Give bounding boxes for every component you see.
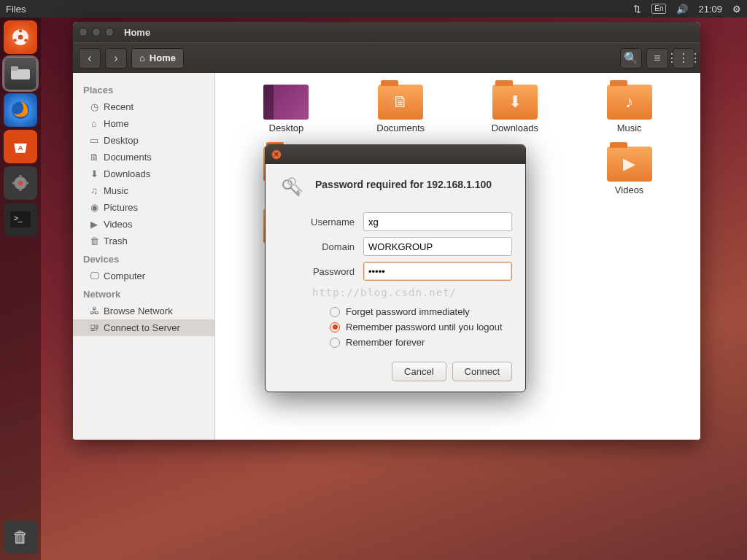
radio-icon bbox=[330, 322, 340, 332]
domain-input[interactable] bbox=[363, 237, 512, 256]
watermark-text: http://blog.csdn.net/ bbox=[312, 287, 512, 298]
keys-icon bbox=[279, 176, 305, 202]
username-label: Username bbox=[279, 217, 363, 228]
cancel-button[interactable]: Cancel bbox=[392, 362, 446, 381]
radio-until-logout[interactable]: Remember password until you logout bbox=[330, 319, 512, 335]
dialog-titlebar[interactable]: ✕ bbox=[266, 145, 525, 164]
radio-icon bbox=[330, 338, 340, 348]
password-dialog: ✕ Password required for 192.168.1.100 Us… bbox=[265, 144, 526, 392]
domain-label: Domain bbox=[279, 241, 363, 252]
radio-label: Forget password immediately bbox=[346, 306, 470, 317]
radio-label: Remember password until you logout bbox=[346, 322, 503, 332]
connect-button[interactable]: Connect bbox=[452, 362, 512, 381]
modal-overlay: ✕ Password required for 192.168.1.100 Us… bbox=[0, 0, 747, 560]
dialog-heading: Password required for 192.168.1.100 bbox=[315, 176, 492, 190]
dialog-close-button[interactable]: ✕ bbox=[271, 149, 282, 160]
username-input[interactable] bbox=[363, 212, 512, 231]
radio-label: Remember forever bbox=[346, 337, 425, 348]
password-label: Password bbox=[279, 266, 363, 277]
password-input[interactable] bbox=[363, 262, 512, 281]
radio-forever[interactable]: Remember forever bbox=[330, 335, 512, 350]
radio-icon bbox=[330, 307, 340, 317]
radio-forget[interactable]: Forget password immediately bbox=[330, 304, 512, 319]
